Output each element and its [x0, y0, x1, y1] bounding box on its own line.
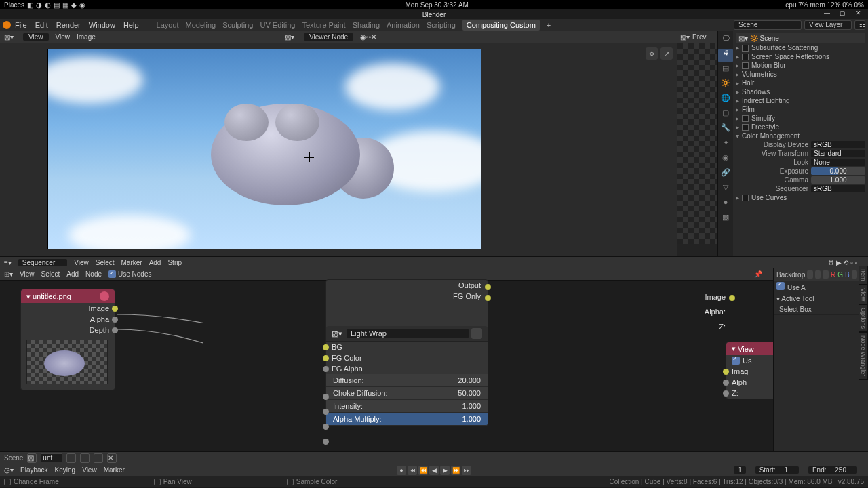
sock-fgalpha-in[interactable]: FG Alpha: [332, 365, 363, 373]
image-viewport[interactable]: ✥ ⤢: [0, 43, 677, 256]
mid-editor-icon[interactable]: ▧▾: [680, 33, 690, 41]
tab-texturepaint[interactable]: Texture Paint: [302, 21, 345, 29]
tl-view[interactable]: View: [82, 466, 97, 474]
prop-freestyle[interactable]: Freestyle: [751, 123, 779, 131]
editor-type-icon[interactable]: ▧▾: [4, 33, 14, 41]
properties-tabs[interactable]: 🖵 🖨 ▤ 🔆 🌐 ▢ 🔧 ✦ ◉ 🔗 ▽ ● ▩: [718, 31, 733, 256]
lw-title[interactable]: Light Wrap: [347, 329, 469, 338]
pan-icon[interactable]: ✥: [646, 47, 658, 60]
param-diffusion[interactable]: 20.000: [458, 376, 481, 384]
scene-folder-icon[interactable]: [94, 453, 103, 463]
float-z[interactable]: Z:: [719, 323, 726, 331]
seq-add[interactable]: Add: [149, 259, 161, 266]
tl-keying[interactable]: Keying: [55, 466, 76, 474]
tab-animation[interactable]: Animation: [387, 21, 420, 29]
scene-name-input[interactable]: [41, 453, 62, 462]
scene-datablock-icon[interactable]: ▧: [27, 453, 37, 463]
float-alpha[interactable]: Alpha:: [705, 308, 726, 316]
tab-scripting[interactable]: Scripting: [427, 21, 456, 29]
nr-backdrop[interactable]: Backdrop: [776, 271, 805, 279]
prop-sss[interactable]: Subsurface Scattering: [751, 44, 818, 52]
image-datablock-icon[interactable]: ▧▾: [285, 33, 294, 41]
nc-add[interactable]: Add: [66, 270, 79, 278]
scene-selector[interactable]: Scene: [734, 20, 802, 30]
tab-layout[interactable]: Layout: [157, 21, 179, 29]
tl-playback[interactable]: Playback: [20, 466, 48, 474]
tab-sculpting[interactable]: Sculpting: [222, 21, 253, 29]
tab-modifier-icon[interactable]: 🔧: [718, 123, 733, 137]
prop-film[interactable]: Film: [742, 106, 755, 113]
nr-use-alpha[interactable]: Use A: [787, 284, 806, 291]
seq-select[interactable]: Select: [96, 259, 115, 266]
seq-view[interactable]: View: [74, 259, 89, 266]
menu-render[interactable]: Render: [56, 21, 81, 29]
places-menu[interactable]: Places: [4, 1, 24, 9]
seq-editor-icon[interactable]: ≡▾: [4, 259, 12, 266]
sock-image-out[interactable]: Image: [88, 304, 109, 312]
menu-help[interactable]: Help: [123, 21, 139, 29]
param-alpha-mult[interactable]: 1.000: [462, 415, 481, 423]
float-image[interactable]: Image: [705, 293, 726, 301]
tab-compositing-custom[interactable]: Compositing Custom: [462, 20, 540, 30]
tab-particle-icon[interactable]: ✦: [718, 138, 733, 152]
tl-autokey-icon[interactable]: ●: [397, 466, 406, 475]
window-controls[interactable]: — ▢ ✕: [824, 9, 865, 16]
sock-fgcolor-in[interactable]: FG Color: [332, 354, 362, 362]
tab-uvediting[interactable]: UV Editing: [260, 21, 295, 29]
nc-view[interactable]: View: [20, 270, 35, 278]
view-transform[interactable]: Standard: [811, 150, 865, 157]
seq-strip[interactable]: Strip: [167, 259, 182, 266]
props-scene-name[interactable]: Scene: [760, 35, 779, 42]
lw-preset-icon[interactable]: ▧▾: [332, 329, 342, 338]
vtab-nodewrangler[interactable]: Node Wrangler: [859, 332, 868, 380]
prop-simplify[interactable]: Simplify: [751, 115, 775, 122]
prop-volumetrics[interactable]: Volumetrics: [742, 70, 777, 78]
nr-select-box[interactable]: Select Box: [779, 306, 812, 313]
tl-jump-start-icon[interactable]: ⏮: [408, 466, 417, 475]
tab-material-icon[interactable]: ●: [718, 198, 733, 211]
tl-jump-end-icon[interactable]: ⏭: [462, 466, 471, 475]
seq-controls-icon[interactable]: ⚙ ▶ ⟲ ▫ ▫: [828, 259, 857, 266]
sock-fg-only[interactable]: FG Only: [453, 292, 481, 300]
node-image[interactable]: ▾ untitled.png Image Alpha Depth: [20, 289, 115, 390]
scene-close-icon[interactable]: ✕: [107, 453, 117, 463]
tl-play-rev-icon[interactable]: ◀: [429, 466, 439, 475]
tab-output-icon[interactable]: 🖨: [718, 49, 733, 62]
lw-shield-icon[interactable]: [471, 328, 482, 339]
scene-copy-icon[interactable]: [80, 453, 90, 463]
vtab-item[interactable]: Item: [859, 266, 868, 285]
prop-shadows[interactable]: Shadows: [742, 88, 770, 96]
tab-modeling[interactable]: Modeling: [186, 21, 216, 29]
tab-world-icon[interactable]: 🌐: [718, 94, 733, 107]
nc-node[interactable]: Node: [85, 270, 102, 278]
vp-menu-image[interactable]: Image: [77, 33, 96, 41]
display-device[interactable]: sRGB: [811, 141, 865, 148]
prop-use-curves[interactable]: Use Curves: [751, 194, 787, 201]
tab-data-icon[interactable]: ▽: [718, 183, 733, 197]
use-nodes-checkbox[interactable]: [108, 270, 116, 278]
pin-icon[interactable]: 📌: [754, 270, 762, 278]
sock-alpha-out[interactable]: Alpha: [90, 315, 109, 323]
tab-render-icon[interactable]: 🖵: [718, 34, 733, 47]
menu-file[interactable]: File: [15, 21, 27, 29]
tl-end[interactable]: 250: [835, 466, 846, 474]
tab-shading[interactable]: Shading: [353, 21, 380, 29]
node-editor-icon[interactable]: ⊞▾: [4, 270, 13, 278]
tl-current-frame[interactable]: 1: [734, 466, 746, 474]
sock-output[interactable]: Output: [458, 281, 481, 289]
props-header-icon[interactable]: ▧▾ 🔆: [738, 35, 758, 42]
tl-prev-key-icon[interactable]: ⏪: [418, 466, 428, 475]
prop-indirect[interactable]: Indirect Lighting: [742, 97, 790, 104]
menu-window[interactable]: Window: [89, 21, 115, 29]
node-viewer[interactable]: ▾ View Us Imag Alph Z:: [726, 342, 773, 399]
viewlayer-selector[interactable]: View Layer: [804, 20, 852, 30]
vtab-options[interactable]: Options: [859, 304, 868, 332]
menu-edit[interactable]: Edit: [35, 21, 48, 29]
image-fake-user-icon[interactable]: ◉▫▫✕: [360, 33, 376, 41]
sock-bg-in[interactable]: BG: [332, 343, 342, 351]
mid-prev[interactable]: Prev: [692, 33, 707, 41]
tab-texture-icon[interactable]: ▩: [718, 213, 733, 226]
prop-color-mgmt[interactable]: Color Management: [742, 132, 800, 140]
node-sidebar-tabs[interactable]: Item View Options Node Wrangler: [859, 266, 868, 380]
image-mode[interactable]: View: [23, 33, 49, 41]
